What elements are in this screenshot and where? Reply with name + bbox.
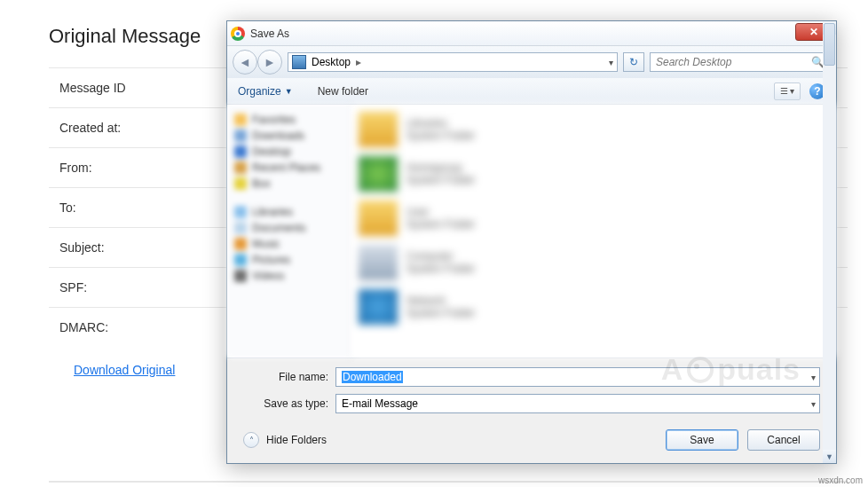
filename-dropdown-icon[interactable]: ▾ <box>811 373 816 382</box>
new-folder-button[interactable]: New folder <box>318 85 368 98</box>
save-type-dropdown-icon[interactable]: ▾ <box>811 399 816 409</box>
filename-label: File name: <box>243 371 328 383</box>
chevron-up-icon: ˄ <box>243 432 259 448</box>
address-location: Desktop <box>312 56 351 68</box>
hide-folders-label: Hide Folders <box>266 434 327 446</box>
scrollbar[interactable]: ▲ ▼ <box>823 21 836 463</box>
toolbar: Organize ▼ New folder ☰ ▾ ? <box>227 78 836 105</box>
search-input[interactable]: Search Desktop 🔍 <box>650 52 831 72</box>
dialog-title: Save As <box>250 27 289 40</box>
address-bar[interactable]: Desktop ▸ ▾ <box>288 52 618 72</box>
save-type-label: Save as type: <box>243 397 328 410</box>
back-button[interactable]: ◄ <box>233 50 257 75</box>
search-placeholder: Search Desktop <box>656 56 731 68</box>
close-icon: ✕ <box>809 26 818 38</box>
forward-button[interactable]: ► <box>257 50 282 75</box>
hide-folders-button[interactable]: ˄ Hide Folders <box>243 432 327 448</box>
chrome-icon <box>231 27 245 41</box>
organize-dropdown-icon[interactable]: ▼ <box>285 87 293 96</box>
scroll-down-icon[interactable]: ▼ <box>823 450 836 463</box>
filename-input[interactable]: Downloaded ▾ <box>335 367 820 387</box>
footer-strip <box>49 473 848 482</box>
save-as-dialog: Save As ✕ ◄ ► Desktop ▸ ▾ ↻ Search Deskt… <box>226 20 837 464</box>
filename-form: File name: Downloaded ▾ Save as type: E-… <box>227 357 836 420</box>
address-dropdown-icon[interactable]: ▾ <box>609 58 613 67</box>
refresh-button[interactable]: ↻ <box>623 52 644 72</box>
address-separator-icon: ▸ <box>356 56 361 68</box>
navigation-row: ◄ ► Desktop ▸ ▾ ↻ Search Desktop 🔍 <box>227 46 836 78</box>
download-original-link[interactable]: Download Original <box>49 347 175 377</box>
organize-button[interactable]: Organize <box>238 85 281 98</box>
cancel-button[interactable]: Cancel <box>747 429 820 451</box>
save-type-value: E-mail Message <box>342 397 418 410</box>
save-type-select[interactable]: E-mail Message ▾ <box>335 394 820 413</box>
image-credit: wsxdn.com <box>818 475 863 485</box>
explorer-body: Favorites Downloads Desktop Recent Place… <box>227 105 836 357</box>
desktop-icon <box>292 55 306 69</box>
save-button[interactable]: Save <box>666 429 738 451</box>
dialog-button-row: ˄ Hide Folders Save Cancel <box>227 420 836 463</box>
scroll-thumb[interactable] <box>824 23 835 66</box>
navigation-pane[interactable]: Favorites Downloads Desktop Recent Place… <box>227 105 351 357</box>
view-options-button[interactable]: ☰ ▾ <box>774 82 801 100</box>
filename-value: Downloaded <box>342 371 403 383</box>
content-pane[interactable]: LibrariesSystem Folder HomegroupSystem F… <box>351 105 836 357</box>
dialog-titlebar[interactable]: Save As ✕ <box>227 21 836 46</box>
